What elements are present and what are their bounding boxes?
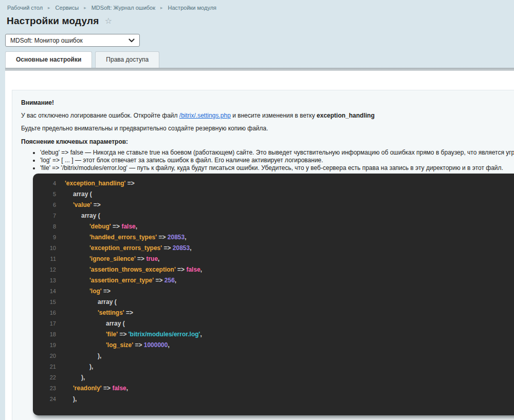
- code-token-punct: =>: [125, 180, 134, 187]
- code-token-punct: =>: [102, 385, 113, 392]
- code-line-number: 24: [33, 394, 56, 405]
- code-line-number: 16: [33, 308, 56, 318]
- settings-file-link[interactable]: /bitrix/.settings.php: [179, 112, 231, 119]
- code-token-key: 'settings': [98, 309, 124, 316]
- notice-intro-middle: и внесите изменения в ветку: [231, 112, 317, 119]
- code-line: 18'file' => 'bitrix/modules/error.log',: [33, 329, 514, 340]
- settings-panel: Внимание! У вас отключено логирование ош…: [12, 90, 514, 420]
- code-line: 17array (: [33, 318, 514, 329]
- code-token-punct: array (: [73, 190, 92, 198]
- code-line-number: 15: [33, 297, 56, 308]
- code-line-number: 6: [33, 200, 56, 211]
- tab-content: Внимание! У вас отключено логирование ош…: [5, 71, 514, 420]
- tab-access-rights[interactable]: Права доступа: [95, 51, 159, 68]
- code-token-punct: ,: [200, 266, 202, 273]
- breadcrumb-separator-icon: ▸: [160, 5, 163, 10]
- code-line-text: 'value' =>: [65, 200, 101, 211]
- code-line: 19'log_size' => 1000000,: [33, 340, 514, 351]
- code-token-punct: array (: [106, 320, 125, 327]
- code-line: 5array (: [33, 189, 514, 200]
- chevron-down-icon: [128, 39, 135, 43]
- code-token-num: 20853: [168, 234, 185, 241]
- code-line-number: 17: [33, 318, 56, 329]
- code-line-number: 13: [33, 275, 56, 286]
- code-token-punct: =>: [136, 255, 146, 262]
- code-token-key: 'assertion_error_type': [89, 277, 154, 284]
- tabs: Основные настройкиПрава доступа: [5, 51, 159, 68]
- code-line-text: ),: [65, 394, 77, 405]
- code-line-text: array (: [65, 211, 100, 221]
- notice-intro: У вас отключено логирование ошибок. Откр…: [21, 112, 514, 119]
- params-list: 'debug' => false — Никогда не ставьте tr…: [32, 149, 514, 172]
- code-line: 14'log' =>: [33, 286, 514, 297]
- module-select-value: MDSoft: Монитор ошибок: [10, 37, 83, 44]
- code-line-text: 'handled_errors_types' => 20853,: [65, 232, 187, 243]
- code-line: 7array (: [33, 211, 514, 221]
- code-line: 23'readonly' => false,: [33, 383, 514, 394]
- code-token-key: 'log': [89, 288, 102, 295]
- code-line-text: array (: [65, 189, 92, 200]
- code-token-key: 'file': [106, 331, 118, 338]
- code-line: 20),: [33, 351, 514, 361]
- param-bullet: 'debug' => false — Никогда не ставьте tr…: [40, 149, 514, 157]
- code-line-number: 14: [33, 286, 56, 297]
- code-line-number: 20: [33, 351, 56, 361]
- code-line-text: ),: [65, 372, 85, 383]
- breadcrumb-item[interactable]: Сервисы: [56, 5, 79, 11]
- code-line: 9'handled_errors_types' => 20853,: [33, 232, 514, 243]
- notice-intro-keyword: exception_handling: [317, 112, 375, 119]
- code-token-punct: =>: [124, 309, 133, 316]
- param-bullet: 'log' => [ ... ] — этот блок отвечает за…: [40, 157, 514, 164]
- code-token-punct: ,: [190, 244, 191, 252]
- code-line-number: 8: [33, 221, 56, 232]
- code-token-bool: true: [146, 255, 158, 262]
- code-line-number: 21: [33, 361, 56, 372]
- code-line-text: 'ignore_silence' => true,: [65, 254, 159, 264]
- param-bullet: 'file' => '/bitrix/modules/error.log' — …: [40, 164, 514, 172]
- code-token-punct: ),: [89, 363, 93, 370]
- code-line-text: 'file' => 'bitrix/modules/error.log',: [65, 329, 202, 340]
- code-line-number: 7: [33, 211, 56, 221]
- notice-heading: Внимание!: [21, 99, 514, 106]
- breadcrumb-item[interactable]: Рабочий стол: [7, 5, 43, 11]
- code-token-num: 1000000: [144, 341, 168, 349]
- code-token-punct: ,: [200, 331, 201, 338]
- code-line-number: 11: [33, 254, 56, 264]
- code-token-punct: ,: [185, 234, 186, 241]
- code-line: 21),: [33, 361, 514, 372]
- code-line-text: 'log' =>: [65, 286, 111, 297]
- code-token-bool: false: [121, 223, 135, 230]
- code-token-num: 20853: [173, 244, 190, 252]
- code-line-number: 4: [33, 178, 56, 189]
- code-line: 24),: [33, 394, 514, 405]
- code-token-punct: array (: [98, 298, 117, 306]
- code-line: 13'assertion_error_type' => 256,: [33, 275, 514, 286]
- code-line-number: 22: [33, 372, 56, 383]
- code-token-punct: ,: [175, 277, 176, 284]
- code-line: 11'ignore_silence' => true,: [33, 254, 514, 264]
- code-token-punct: ,: [136, 223, 137, 230]
- params-heading: Пояснение ключевых параметров:: [21, 138, 514, 145]
- code-line: 10'exception_errors_types' => 20853,: [33, 243, 514, 254]
- code-token-punct: =>: [118, 331, 128, 338]
- favorite-star-icon[interactable]: ☆: [105, 17, 112, 25]
- code-line-number: 23: [33, 383, 56, 394]
- code-block: 4'exception_handling' =>5array (6'value'…: [33, 174, 514, 415]
- code-line-number: 18: [33, 329, 56, 340]
- code-token-punct: ),: [81, 374, 85, 381]
- breadcrumb-item[interactable]: Настройки модуля: [168, 5, 216, 11]
- code-token-key: 'value': [73, 201, 91, 208]
- code-line-number: 19: [33, 340, 56, 351]
- code-token-key: 'handled_errors_types': [89, 234, 157, 241]
- page-title: Настройки модуля: [7, 15, 99, 27]
- breadcrumb-item[interactable]: MDSoft: Журнал ошибок: [91, 5, 155, 11]
- code-line: 15array (: [33, 297, 514, 308]
- code-line-text: array (: [65, 318, 125, 329]
- code-token-key: 'exception_handling': [65, 180, 125, 187]
- code-token-punct: ),: [73, 395, 77, 403]
- module-select[interactable]: MDSoft: Монитор ошибок: [5, 34, 140, 47]
- breadcrumb-separator-icon: ▸: [84, 5, 86, 10]
- code-line-text: 'exception_errors_types' => 20853,: [65, 243, 192, 254]
- tab-main-settings[interactable]: Основные настройки: [5, 51, 92, 68]
- code-token-punct: array (: [81, 212, 100, 219]
